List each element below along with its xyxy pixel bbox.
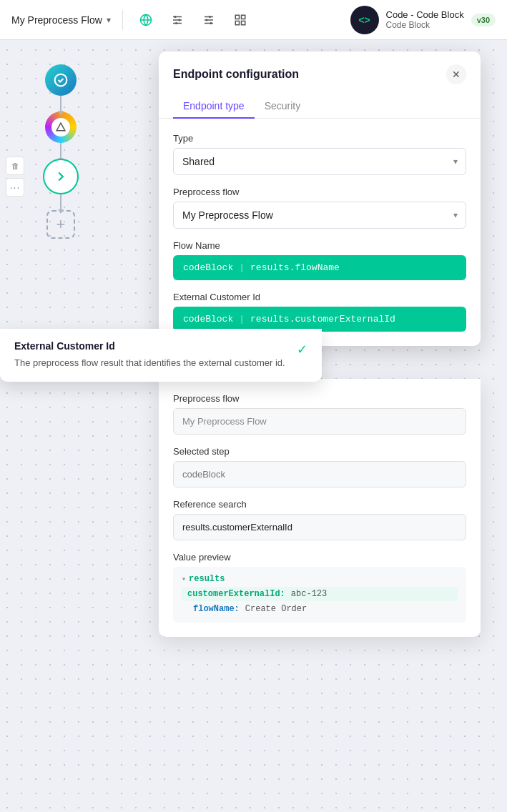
ext-id-ref: results.customerExternalId — [250, 314, 395, 325]
panel-ref-input[interactable] — [173, 514, 466, 540]
flow-nodes: 🗑 ··· + — [43, 64, 79, 239]
code-block-badge: <> Code - Code Block Code Block v30 — [350, 6, 496, 34]
node-actions: 🗑 ··· — [6, 157, 24, 197]
flow-name-ref: results.flowName — [250, 262, 340, 273]
panel-value-preview: Value preview ▾ results customerExternal… — [173, 552, 466, 623]
preprocess-flow-field: Preprocess flow My Preprocess Flow ▾ — [173, 187, 466, 229]
code-block-subtitle: Code Block — [386, 20, 464, 30]
external-customer-id-pill[interactable]: codeBlock | results.customerExternalId — [173, 307, 466, 332]
node-multi[interactable] — [45, 112, 77, 143]
flow-name-pill[interactable]: codeBlock | results.flowName — [173, 255, 466, 280]
add-node-button[interactable]: + — [46, 210, 75, 239]
tab-security[interactable]: Security — [255, 94, 311, 119]
more-button[interactable]: ··· — [6, 178, 24, 197]
panel-preview-label: Value preview — [173, 552, 466, 563]
sliders-icon[interactable] — [166, 9, 189, 31]
svg-point-11 — [209, 16, 211, 18]
svg-marker-18 — [56, 123, 65, 131]
preview-tree: ▾ results customerExternalId: abc-123 fl… — [173, 567, 466, 623]
toolbar: My Preprocess Flow ▾ — [0, 0, 507, 40]
flow-name-pipe: | — [239, 262, 245, 273]
panel-step-input[interactable] — [173, 461, 466, 487]
tree-value-1: Create Order — [245, 604, 307, 614]
tree-collapse-icon[interactable]: ▾ — [182, 575, 186, 583]
ext-id-step: codeBlock — [183, 314, 233, 325]
preprocess-flow-select-wrapper: My Preprocess Flow ▾ — [173, 202, 466, 229]
type-select[interactable]: Shared Private Public — [173, 148, 466, 175]
node-green[interactable] — [43, 159, 79, 194]
svg-rect-17 — [241, 21, 245, 24]
version-badge: v30 — [471, 14, 496, 26]
panel-preprocess-input[interactable] — [173, 408, 466, 435]
tooltip-description: The preprocess flow result that identifi… — [14, 356, 285, 370]
tree-row-0: customerExternalId: abc-123 — [182, 587, 458, 601]
title-chevron-icon[interactable]: ▾ — [107, 15, 111, 25]
svg-rect-15 — [241, 15, 245, 19]
panel-selected-step: Selected step — [173, 446, 466, 487]
preprocess-flow-select[interactable]: My Preprocess Flow — [173, 202, 466, 229]
globe-icon[interactable] — [134, 9, 157, 31]
tree-row-1: flowName: Create Order — [182, 603, 458, 615]
connector-1 — [60, 96, 61, 112]
connector-2 — [60, 143, 61, 159]
tree-key-0: customerExternalId: — [187, 589, 285, 599]
svg-rect-14 — [235, 15, 239, 19]
svg-point-6 — [178, 19, 180, 21]
panel-preprocess-flow: Preprocess flow — [173, 393, 466, 435]
svg-point-13 — [210, 22, 212, 24]
modal-close-button[interactable]: ✕ — [446, 64, 466, 84]
flow-name-label: Flow Name — [173, 240, 466, 251]
modal-header: Endpoint configuration ✕ — [159, 51, 481, 84]
connector-3 — [60, 194, 61, 210]
node-teal[interactable] — [45, 64, 77, 96]
modal-body: Type Shared Private Public ▾ Preprocess … — [159, 119, 481, 346]
panel-step-label: Selected step — [173, 446, 466, 457]
flow-name-field: Flow Name codeBlock | results.flowName — [173, 240, 466, 280]
type-select-wrapper: Shared Private Public ▾ — [173, 148, 466, 175]
panel-reference-search: Reference search — [173, 499, 466, 540]
preprocess-flow-label: Preprocess flow — [173, 187, 466, 197]
svg-rect-16 — [235, 21, 239, 24]
modal-tabs: Endpoint type Security — [159, 94, 481, 119]
grid-icon[interactable] — [229, 9, 252, 31]
tab-endpoint-type[interactable]: Endpoint type — [173, 94, 255, 119]
external-customer-id-label: External Customer Id — [173, 292, 466, 302]
type-field: Type Shared Private Public ▾ — [173, 133, 466, 175]
svg-point-5 — [174, 16, 176, 18]
tooltip-check-icon[interactable]: ✓ — [297, 342, 307, 357]
tooltip-inner: External Customer Id The preprocess flow… — [14, 340, 307, 370]
tree-root-key: results — [189, 574, 225, 584]
svg-point-7 — [175, 22, 177, 24]
code-block-name: Code - Code Block — [386, 9, 464, 20]
sliders-2-icon[interactable] — [197, 9, 220, 31]
tree-value-0: abc-123 — [291, 589, 327, 599]
code-block-icon: <> — [350, 6, 379, 34]
type-label: Type — [173, 133, 466, 144]
ext-id-pipe: | — [239, 314, 245, 325]
node-active-wrapper: 🗑 ··· — [43, 159, 79, 194]
tooltip-content: External Customer Id The preprocess flow… — [14, 340, 285, 370]
code-block-label-group: Code - Code Block Code Block — [386, 9, 464, 30]
modal-title: Endpoint configuration — [173, 68, 299, 81]
external-customer-id-field: External Customer Id codeBlock | results… — [173, 292, 466, 332]
panel-preprocess-label: Preprocess flow — [173, 393, 466, 404]
tree-key-1: flowName: — [193, 604, 240, 614]
endpoint-config-modal: Endpoint configuration ✕ Endpoint type S… — [159, 51, 481, 346]
flow-name-step: codeBlock — [183, 262, 233, 273]
toolbar-divider — [122, 10, 123, 30]
svg-point-12 — [205, 19, 207, 21]
flow-title-text: My Preprocess Flow — [11, 14, 102, 26]
tooltip-title: External Customer Id — [14, 340, 285, 352]
delete-button[interactable]: 🗑 — [6, 157, 24, 175]
tree-root-row: ▾ results — [182, 574, 458, 584]
extended-panel: Preprocess flow Selected step Reference … — [159, 379, 481, 637]
panel-ref-label: Reference search — [173, 499, 466, 510]
tooltip-popup: External Customer Id The preprocess flow… — [0, 329, 322, 382]
toolbar-title: My Preprocess Flow ▾ — [11, 14, 111, 26]
